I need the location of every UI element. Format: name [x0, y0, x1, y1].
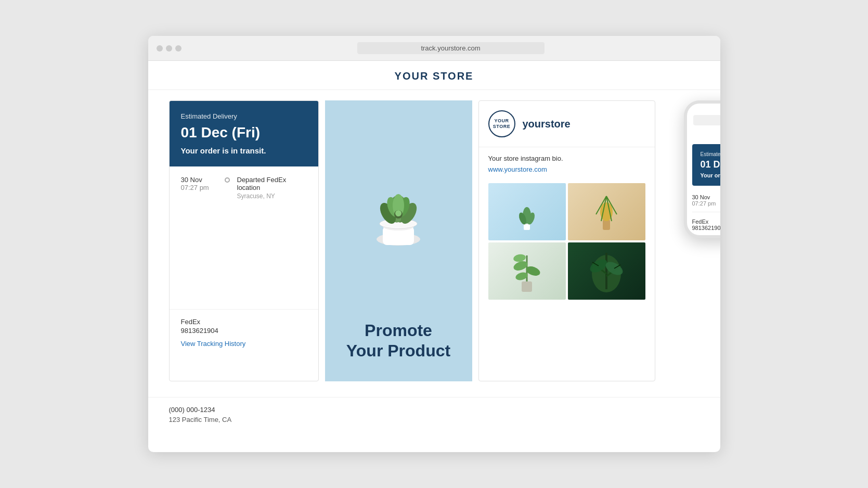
mobile-footer: FedEx 9813621904	[687, 214, 720, 235]
footer-address: 123 Pacific Time, CA	[169, 416, 699, 423]
gallery-plant-3	[511, 248, 542, 294]
estimated-label: Estimated Delivery	[181, 112, 307, 120]
event-location: Syracuse, NY	[237, 192, 307, 200]
mobile-preview: track.yourstore.com YOUR STORE Estimated…	[684, 100, 720, 238]
store-link[interactable]: www.yourstore.com	[488, 165, 547, 173]
mobile-delivery-date: 01 Dec (Fri)	[701, 159, 720, 170]
promo-text: Promote Your Product	[336, 315, 461, 381]
mobile-estimated-label: Estimated Delivery	[701, 151, 720, 157]
site-title: YOUR STORE	[395, 70, 474, 82]
mobile-tracking-num: 9813621904	[692, 225, 720, 231]
footer-phone: (000) 000-1234	[169, 406, 699, 414]
mobile-event-date: 30 Nov	[692, 194, 720, 200]
browser-chrome: track.yourstore.com	[148, 36, 720, 61]
tracking-body: 30 Nov 07:27 pm Departed FedEx location …	[170, 166, 318, 215]
store-panel: YOUR STORE yourstore Your store instagra…	[478, 100, 655, 381]
store-logo: YOUR STORE	[488, 110, 515, 137]
address-bar[interactable]: track.yourstore.com	[357, 42, 545, 54]
delivery-date: 01 Dec (Fri)	[181, 124, 307, 141]
tracking-number: 9813621904	[181, 327, 307, 335]
store-logo-text: YOUR STORE	[493, 118, 510, 130]
store-gallery	[479, 177, 655, 306]
gallery-item-1	[488, 183, 566, 240]
page-footer: (000) 000-1234 123 Pacific Time, CA	[148, 397, 720, 432]
carrier-name: FedEx	[181, 318, 307, 326]
dot-green	[175, 45, 182, 52]
gallery-plant-4	[588, 248, 625, 294]
plant-illustration	[357, 172, 440, 260]
promo-title-line1: Promote	[346, 320, 450, 340]
product-image-container	[346, 100, 450, 315]
store-header: YOUR STORE yourstore	[479, 101, 655, 147]
event-title: Departed FedEx location	[237, 176, 307, 191]
mobile-event-time: 07:27 pm	[692, 200, 720, 207]
promo-panel: Promote Your Product	[325, 100, 472, 381]
gallery-plant-2	[593, 191, 619, 233]
gallery-item-3	[488, 242, 566, 300]
main-grid: Estimated Delivery 01 Dec (Fri) Your ord…	[148, 90, 720, 392]
tracking-header: Estimated Delivery 01 Dec (Fri) Your ord…	[170, 101, 318, 166]
mobile-speaker	[687, 104, 720, 112]
gallery-item-2	[568, 183, 645, 240]
promo-title-line2: Your Product	[346, 341, 450, 361]
event-time: 07:27 pm	[181, 184, 217, 191]
dot-yellow	[166, 45, 172, 52]
event-date: 30 Nov	[181, 176, 217, 184]
svg-point-13	[395, 210, 401, 216]
mobile-tracking-header: Estimated Delivery 01 Dec (Fri) Your ord…	[692, 144, 720, 186]
mobile-transit-status: Your order is in transit.	[701, 172, 720, 178]
svg-rect-25	[522, 281, 532, 292]
event-date-time: 30 Nov 07:27 pm	[181, 176, 217, 200]
event-dot-line	[225, 176, 230, 200]
site-header: YOUR STORE	[148, 61, 720, 90]
mobile-site-title: YOUR STORE	[687, 129, 720, 144]
store-name: yourstore	[523, 118, 571, 130]
browser-window: track.yourstore.com YOUR STORE Estimated…	[148, 36, 720, 452]
store-bio: Your store instagram bio. www.yourstore.…	[479, 147, 655, 177]
tracking-footer: FedEx 9813621904 View Tracking History	[170, 309, 318, 357]
mobile-divider	[692, 212, 720, 212]
gallery-item-4	[568, 242, 645, 300]
tracking-event: 30 Nov 07:27 pm Departed FedEx location …	[181, 176, 307, 200]
store-bio-text: Your store instagram bio.	[488, 155, 645, 162]
browser-dots	[157, 45, 182, 52]
event-details: Departed FedEx location Syracuse, NY	[237, 176, 307, 200]
dot-red	[157, 45, 163, 52]
mobile-address-bar: track.yourstore.com	[693, 115, 720, 125]
event-dot	[225, 177, 230, 183]
mobile-event: 30 Nov 07:27 pm Departed FedEx location …	[687, 191, 720, 210]
view-history-link[interactable]: View Tracking History	[181, 340, 246, 348]
mobile-carrier: FedEx	[692, 219, 720, 225]
browser-content: YOUR STORE Estimated Delivery 01 Dec (Fr…	[148, 61, 720, 432]
tracking-panel: Estimated Delivery 01 Dec (Fri) Your ord…	[169, 100, 319, 381]
transit-status: Your order is in transit.	[181, 146, 307, 155]
gallery-plant-1	[517, 206, 536, 232]
mobile-event-datetime: 30 Nov 07:27 pm	[692, 194, 720, 207]
